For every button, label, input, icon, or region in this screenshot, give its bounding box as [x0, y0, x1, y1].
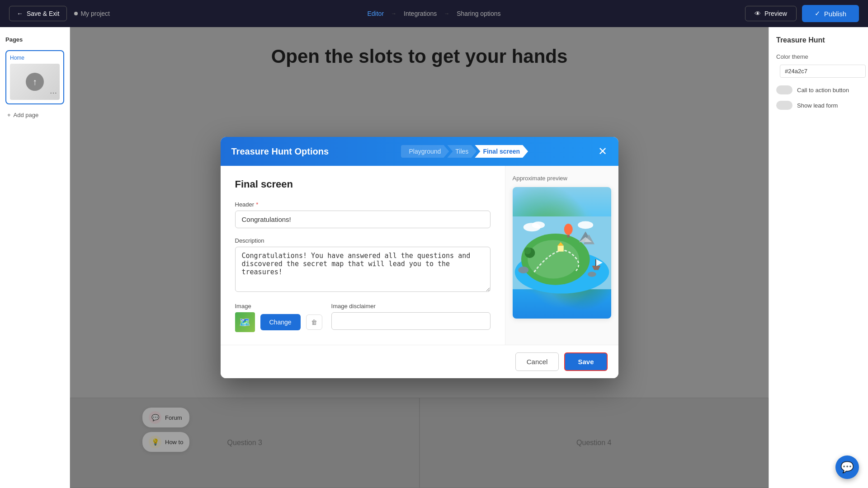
form-section-title: Final screen — [235, 178, 491, 190]
project-name-label: My project — [80, 10, 110, 17]
thumb-dots-icon[interactable]: ⋯ — [50, 89, 57, 97]
svg-rect-6 — [557, 245, 563, 251]
page-thumb-image: ↑ ⋯ — [10, 64, 60, 100]
sidebar-title: Pages — [5, 36, 64, 43]
navbar-left: ← Save & Exit My project — [9, 6, 110, 21]
main-layout: Pages Home ↑ ⋯ + Add page Open the slots… — [0, 27, 868, 488]
header-field-label: Header * — [235, 201, 491, 208]
description-field-label: Description — [235, 237, 491, 244]
svg-point-13 — [587, 272, 596, 277]
add-page-button[interactable]: + Add page — [5, 108, 64, 122]
plus-icon: + — [7, 112, 11, 118]
svg-point-15 — [532, 221, 544, 228]
modal-close-button[interactable]: ✕ — [598, 146, 607, 157]
save-exit-label: Save & Exit — [27, 10, 59, 17]
modal-header: Treasure Hunt Options Playground Tiles F… — [221, 137, 618, 166]
preview-label: Preview — [764, 10, 787, 17]
svg-point-3 — [528, 240, 579, 278]
navbar: ← Save & Exit My project Editor → Integr… — [0, 0, 868, 27]
project-name: My project — [74, 10, 110, 17]
preview-map-image — [513, 187, 611, 319]
modal-dialog: Treasure Hunt Options Playground Tiles F… — [221, 137, 618, 378]
lead-form-toggle[interactable] — [776, 101, 793, 110]
modal-preview: Approximate preview — [505, 166, 618, 345]
image-disclaimer-input[interactable] — [331, 312, 491, 330]
nav-arrow-2: → — [444, 10, 449, 17]
navbar-right: 👁 Preview ✓ Publish — [745, 5, 859, 22]
color-input[interactable] — [780, 65, 866, 78]
color-theme-row — [776, 64, 861, 78]
modal-body: Final screen Header * Description Congra… — [221, 166, 618, 345]
panel-title: Treasure Hunt — [776, 36, 861, 44]
lead-form-toggle-row: Show lead form — [776, 101, 861, 110]
lead-form-label: Show lead form — [797, 102, 838, 109]
preview-button[interactable]: 👁 Preview — [745, 6, 797, 21]
publish-button[interactable]: ✓ Publish — [802, 5, 859, 22]
publish-label: Publish — [824, 10, 846, 18]
step-tiles[interactable]: Tiles — [447, 145, 476, 158]
image-fields-row: Image 🗺️ Change 🗑 Image disc — [235, 303, 491, 332]
step-playground[interactable]: Playground — [401, 145, 449, 158]
image-disclaimer-section: Image disclaimer — [331, 303, 491, 330]
navbar-center: Editor → Integrations → Sharing options — [367, 10, 500, 17]
preview-label: Approximate preview — [513, 175, 567, 182]
svg-point-17 — [564, 224, 572, 235]
cancel-button[interactable]: Cancel — [515, 352, 559, 371]
image-row: 🗺️ Change 🗑 — [235, 312, 322, 332]
delete-image-button[interactable]: 🗑 — [306, 314, 322, 330]
content-area: Open the slots to get your hands Questio… — [70, 27, 769, 488]
eye-icon: 👁 — [755, 10, 761, 17]
page-label-home: Home — [10, 55, 60, 61]
description-textarea[interactable]: Congratulations! You have answered all t… — [235, 247, 491, 292]
cta-toggle[interactable] — [776, 85, 793, 94]
save-button[interactable]: Save — [564, 352, 607, 371]
image-thumbnail: 🗺️ — [235, 312, 255, 332]
cta-label: Call to action button — [797, 87, 849, 94]
nav-step-editor[interactable]: Editor — [367, 10, 384, 17]
image-section: Image 🗺️ Change 🗑 — [235, 303, 322, 332]
page-thumbnail-home[interactable]: Home ↑ ⋯ — [5, 50, 64, 104]
image-disclaimer-label: Image disclaimer — [331, 303, 491, 310]
svg-rect-11 — [595, 259, 596, 266]
treasure-map-svg — [513, 187, 611, 319]
modal-steps: Playground Tiles Final screen — [401, 145, 527, 158]
svg-point-16 — [578, 221, 593, 229]
svg-point-12 — [518, 267, 528, 273]
image-field-label: Image — [235, 303, 322, 310]
modal-footer: Cancel Save — [221, 345, 618, 378]
chat-bubble-button[interactable]: 💬 — [835, 455, 859, 479]
nav-step-sharing[interactable]: Sharing options — [457, 10, 500, 17]
modal-form: Final screen Header * Description Congra… — [221, 166, 505, 345]
thumb-arrow-icon: ↑ — [26, 73, 44, 91]
change-image-button[interactable]: Change — [260, 314, 301, 330]
svg-point-5 — [524, 247, 531, 254]
right-panel: Treasure Hunt Color theme Call to action… — [769, 27, 868, 488]
add-page-label: Add page — [14, 112, 39, 118]
nav-arrow-1: → — [391, 10, 396, 17]
color-theme-label: Color theme — [776, 53, 861, 60]
nav-step-integrations[interactable]: Integrations — [404, 10, 437, 17]
required-star: * — [256, 201, 258, 208]
sidebar: Pages Home ↑ ⋯ + Add page — [0, 27, 70, 488]
arrow-left-icon: ← — [17, 10, 23, 17]
modal-overlay: Treasure Hunt Options Playground Tiles F… — [70, 27, 769, 488]
header-input[interactable] — [235, 211, 491, 228]
svg-rect-18 — [567, 235, 570, 238]
cta-toggle-row: Call to action button — [776, 85, 861, 94]
check-icon: ✓ — [815, 9, 821, 18]
dot-icon — [74, 12, 78, 15]
modal-title: Treasure Hunt Options — [231, 146, 329, 157]
step-final-screen[interactable]: Final screen — [475, 145, 528, 158]
preview-card: Congratulations! Congratulations! You ha… — [513, 187, 611, 319]
save-exit-button[interactable]: ← Save & Exit — [9, 6, 67, 21]
